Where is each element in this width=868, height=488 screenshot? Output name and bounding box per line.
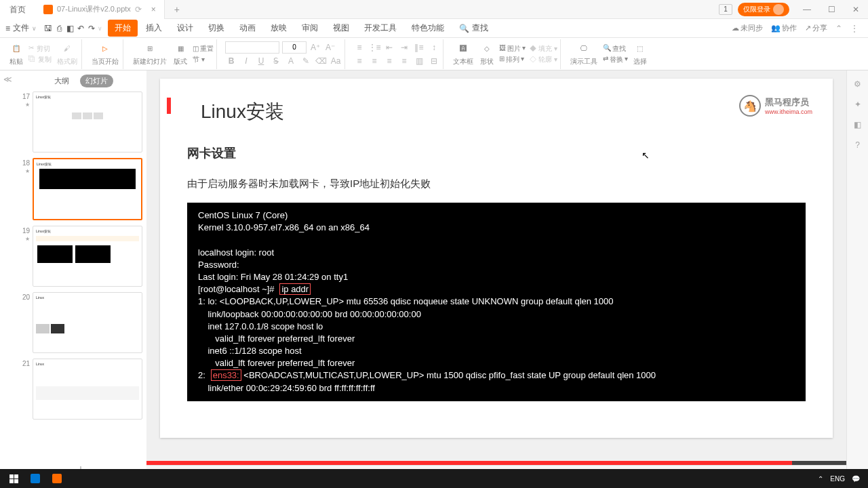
underline-button[interactable]: U (255, 55, 267, 67)
numbering-button[interactable]: ⋮≡ (368, 41, 380, 54)
text-direction-button[interactable]: ↕ (428, 41, 440, 54)
minimize-button[interactable]: — (795, 0, 819, 19)
menu-features[interactable]: 特色功能 (405, 20, 451, 37)
layout-button[interactable]: ▦ 版式 (172, 41, 189, 68)
layout-icon: ▦ (174, 42, 187, 56)
new-slide-button[interactable]: ⊞ 新建幻灯片 (132, 41, 168, 68)
notification-badge[interactable]: 1 (719, 4, 732, 15)
template-icon[interactable]: ◧ (852, 119, 863, 130)
clear-format-button[interactable]: ⌫ (315, 55, 327, 67)
copy-button[interactable]: ⿻ 复制 (28, 55, 52, 64)
reset-button[interactable]: ◫ 重置 (193, 44, 214, 54)
thumbnail-18[interactable]: Linux安装 (33, 158, 142, 220)
new-tab-button[interactable]: + (165, 4, 189, 15)
tab-document[interactable]: 07-Linux课件v2.0.pptx ⟳ × (35, 0, 165, 19)
collapse-ribbon-icon[interactable]: ⌃ (835, 24, 842, 33)
help-icon[interactable]: ? (852, 140, 863, 150)
justify-button[interactable]: ≡ (398, 55, 410, 67)
find-button[interactable]: 🔍 查找 (603, 44, 628, 54)
align-center-button[interactable]: ≡ (368, 55, 380, 67)
font-select[interactable] (225, 41, 279, 54)
language-indicator[interactable]: ENG (830, 475, 845, 483)
slide-number: 20 (22, 293, 30, 301)
menu-devtools[interactable]: 开发工具 (357, 20, 403, 37)
thumbnail-21[interactable]: Linux (33, 359, 142, 420)
bold-button[interactable]: B (225, 55, 237, 67)
menu-start[interactable]: 开始 (108, 20, 138, 37)
decrease-font-icon[interactable]: A⁻ (324, 41, 336, 54)
outline-button[interactable]: ◇ 轮廓 ▾ (530, 55, 557, 64)
section-button[interactable]: 节 ▾ (193, 55, 214, 64)
menu-insert[interactable]: 插入 (139, 20, 169, 37)
font-color-button[interactable]: A (285, 55, 297, 67)
increase-font-icon[interactable]: A⁺ (309, 41, 321, 54)
shape-button[interactable]: ◇ 形状 (479, 41, 495, 68)
menu-view[interactable]: 视图 (326, 20, 356, 37)
textbox-button[interactable]: 🅰 文本框 (452, 41, 475, 68)
menu-slideshow[interactable]: 放映 (264, 20, 294, 37)
refresh-icon[interactable]: ⟳ (135, 5, 142, 14)
presentation-tools-button[interactable]: 🖵 演示工具 (569, 41, 599, 68)
menu-transition[interactable]: 切换 (201, 20, 231, 37)
slide-editor: 🐴 黑马程序员 www.itheima.com Linux安装 网卡设置 由于启… (146, 70, 846, 483)
maximize-button[interactable]: ☐ (819, 0, 844, 19)
format-painter-button[interactable]: 🖌 格式刷 (56, 41, 79, 68)
align-text-button[interactable]: ⊟ (428, 55, 440, 67)
redo-icon[interactable]: ↷ (87, 24, 96, 33)
select-button[interactable]: ⬚ 选择 (632, 41, 648, 68)
taskbar-app-1[interactable] (24, 469, 46, 488)
sync-status[interactable]: ☁未同步 (732, 23, 763, 33)
paste-button[interactable]: 📋 粘贴 (8, 41, 24, 68)
collapse-sidebar-button[interactable]: ≪ (0, 70, 15, 483)
replace-button[interactable]: ⇄ 替换 ▾ (603, 55, 628, 64)
preview-icon[interactable]: ◧ (65, 24, 75, 33)
italic-button[interactable]: I (240, 55, 252, 67)
fill-button[interactable]: ◆ 填充 ▾ (530, 44, 557, 54)
tray-chevron-icon[interactable]: ⌃ (818, 475, 823, 483)
cut-button[interactable]: ✂ 剪切 (28, 44, 52, 54)
columns-button[interactable]: ▥ (413, 55, 425, 67)
close-window-button[interactable]: ✕ (844, 0, 868, 19)
save-icon[interactable]: 🖫 (43, 24, 53, 33)
share-button[interactable]: ↗分享 (805, 23, 827, 33)
thumbnail-17[interactable]: Linux安装 (33, 92, 142, 152)
highlight-button[interactable]: ✎ (300, 55, 312, 67)
login-badge[interactable]: 仅限登录 (738, 3, 789, 16)
more-icon[interactable]: ⋮ (850, 24, 859, 33)
menu-search[interactable]: 🔍 查找 (452, 20, 495, 37)
slide-progress-bar (146, 461, 846, 465)
menu-review[interactable]: 审阅 (295, 20, 325, 37)
menu-animation[interactable]: 动画 (233, 20, 262, 37)
image-button[interactable]: 🖼 图片 ▾ (499, 44, 526, 54)
change-case-button[interactable]: Aa (330, 55, 342, 67)
notifications-icon[interactable]: 💬 (852, 475, 860, 483)
menu-design[interactable]: 设计 (170, 20, 200, 37)
settings-icon[interactable]: ⚙ (852, 79, 863, 89)
increase-indent-button[interactable]: ⇥ (398, 41, 410, 54)
start-button[interactable] (3, 469, 24, 488)
bullets-button[interactable]: ≡ (353, 41, 366, 54)
align-right-button[interactable]: ≡ (383, 55, 395, 67)
thumbnails-list[interactable]: 17★ Linux安装 18★ Linux安装 19★ Linux安装 20 L… (15, 92, 146, 458)
decrease-indent-button[interactable]: ⇤ (383, 41, 395, 54)
file-menu[interactable]: 文件 (13, 22, 29, 34)
font-size-input[interactable] (282, 41, 307, 54)
line-spacing-button[interactable]: ‖≡ (413, 41, 425, 54)
arrange-button[interactable]: ⊞ 排列 ▾ (499, 55, 526, 64)
taskbar-app-2[interactable] (46, 469, 68, 488)
thumbnail-19[interactable]: Linux安装 (33, 226, 142, 287)
tab-home[interactable]: 首页 (0, 0, 35, 19)
undo-icon[interactable]: ↶ (76, 24, 85, 33)
print-icon[interactable]: ⎙ (54, 24, 64, 33)
tab-slides[interactable]: 幻灯片 (80, 75, 113, 87)
hamburger-menu[interactable]: ≡ 文件 ∨ (5, 22, 37, 34)
close-tab-icon[interactable]: × (151, 5, 156, 14)
align-left-button[interactable]: ≡ (353, 55, 366, 67)
collab-button[interactable]: 👥协作 (771, 23, 797, 33)
star-icon[interactable]: ✦ (852, 99, 863, 110)
slide-content[interactable]: 🐴 黑马程序员 www.itheima.com Linux安装 网卡设置 由于启… (160, 79, 833, 438)
strike-button[interactable]: S̶ (270, 55, 282, 67)
thumbnail-20[interactable]: Linux (33, 292, 142, 353)
from-current-button[interactable]: ▷ 当页开始 (90, 41, 120, 68)
tab-outline[interactable]: 大纲 (49, 75, 75, 87)
